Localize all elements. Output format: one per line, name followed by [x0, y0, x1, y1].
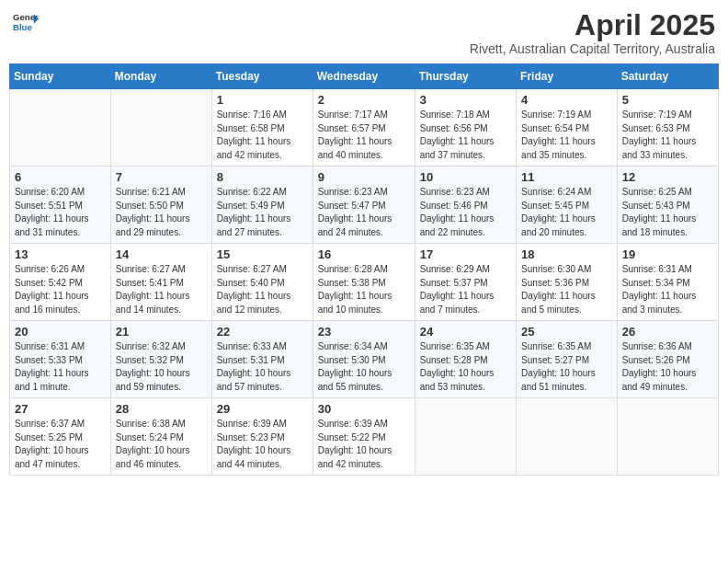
- calendar-cell: [110, 89, 211, 167]
- day-info: Sunrise: 6:21 AMSunset: 5:50 PMDaylight:…: [116, 186, 207, 239]
- calendar-cell: 11Sunrise: 6:24 AMSunset: 5:45 PMDayligh…: [517, 167, 618, 244]
- day-info: Sunrise: 7:16 AMSunset: 6:58 PMDaylight:…: [217, 109, 308, 162]
- day-info: Sunrise: 6:39 AMSunset: 5:23 PMDaylight:…: [217, 418, 308, 471]
- day-info: Sunrise: 7:18 AMSunset: 6:56 PMDaylight:…: [420, 109, 511, 162]
- day-info: Sunrise: 7:17 AMSunset: 6:57 PMDaylight:…: [318, 109, 410, 162]
- location-subtitle: Rivett, Australian Capital Territory, Au…: [470, 41, 715, 56]
- day-info: Sunrise: 7:19 AMSunset: 6:54 PMDaylight:…: [521, 109, 612, 162]
- day-number: 14: [116, 247, 207, 261]
- day-info: Sunrise: 6:31 AMSunset: 5:34 PMDaylight:…: [622, 263, 713, 316]
- page-header: General Blue April 2025 Rivett, Australi…: [9, 9, 719, 56]
- calendar-cell: 12Sunrise: 6:25 AMSunset: 5:43 PMDayligh…: [617, 167, 718, 244]
- calendar-cell: 2Sunrise: 7:17 AMSunset: 6:57 PMDaylight…: [313, 89, 415, 167]
- logo: General Blue: [13, 9, 39, 35]
- day-number: 15: [217, 247, 308, 261]
- day-info: Sunrise: 6:37 AMSunset: 5:25 PMDaylight:…: [15, 418, 106, 471]
- day-number: 12: [622, 170, 713, 184]
- day-number: 11: [521, 170, 612, 184]
- day-of-week-header: Friday: [517, 64, 618, 89]
- day-info: Sunrise: 6:20 AMSunset: 5:51 PMDaylight:…: [15, 186, 106, 239]
- day-of-week-header: Tuesday: [211, 64, 313, 89]
- day-info: Sunrise: 6:31 AMSunset: 5:33 PMDaylight:…: [15, 340, 106, 394]
- day-number: 9: [318, 170, 410, 184]
- calendar-cell: 22Sunrise: 6:33 AMSunset: 5:31 PMDayligh…: [211, 321, 313, 398]
- day-info: Sunrise: 6:35 AMSunset: 5:28 PMDaylight:…: [420, 340, 511, 394]
- day-number: 8: [217, 170, 308, 184]
- day-number: 19: [622, 247, 713, 261]
- month-year-title: April 2025: [470, 9, 715, 41]
- calendar-cell: 6Sunrise: 6:20 AMSunset: 5:51 PMDaylight…: [10, 167, 111, 244]
- calendar-week-row: 27Sunrise: 6:37 AMSunset: 5:25 PMDayligh…: [10, 398, 719, 476]
- day-number: 17: [420, 247, 511, 261]
- day-of-week-header: Thursday: [415, 64, 516, 89]
- calendar-cell: 20Sunrise: 6:31 AMSunset: 5:33 PMDayligh…: [10, 321, 111, 398]
- day-info: Sunrise: 7:19 AMSunset: 6:53 PMDaylight:…: [622, 109, 713, 162]
- calendar-week-row: 20Sunrise: 6:31 AMSunset: 5:33 PMDayligh…: [10, 321, 719, 398]
- calendar-cell: 10Sunrise: 6:23 AMSunset: 5:46 PMDayligh…: [415, 167, 516, 244]
- calendar-cell: 27Sunrise: 6:37 AMSunset: 5:25 PMDayligh…: [10, 398, 111, 476]
- calendar-cell: 19Sunrise: 6:31 AMSunset: 5:34 PMDayligh…: [617, 244, 718, 321]
- calendar-cell: 14Sunrise: 6:27 AMSunset: 5:41 PMDayligh…: [110, 244, 211, 321]
- day-info: Sunrise: 6:25 AMSunset: 5:43 PMDaylight:…: [622, 186, 713, 239]
- day-info: Sunrise: 6:22 AMSunset: 5:49 PMDaylight:…: [217, 186, 308, 239]
- calendar-cell: 16Sunrise: 6:28 AMSunset: 5:38 PMDayligh…: [313, 244, 415, 321]
- calendar-table: SundayMondayTuesdayWednesdayThursdayFrid…: [9, 63, 719, 476]
- calendar-cell: 17Sunrise: 6:29 AMSunset: 5:37 PMDayligh…: [415, 244, 516, 321]
- day-info: Sunrise: 6:34 AMSunset: 5:30 PMDaylight:…: [318, 340, 410, 394]
- day-number: 18: [521, 247, 612, 261]
- day-number: 1: [217, 93, 308, 107]
- calendar-cell: 21Sunrise: 6:32 AMSunset: 5:32 PMDayligh…: [110, 321, 211, 398]
- day-info: Sunrise: 6:28 AMSunset: 5:38 PMDaylight:…: [318, 263, 410, 316]
- calendar-cell: [517, 398, 618, 476]
- day-info: Sunrise: 6:32 AMSunset: 5:32 PMDaylight:…: [116, 340, 207, 394]
- calendar-week-row: 1Sunrise: 7:16 AMSunset: 6:58 PMDaylight…: [10, 89, 719, 167]
- calendar-cell: 30Sunrise: 6:39 AMSunset: 5:22 PMDayligh…: [313, 398, 415, 476]
- day-number: 21: [116, 325, 207, 339]
- calendar-cell: [10, 89, 111, 167]
- day-info: Sunrise: 6:23 AMSunset: 5:46 PMDaylight:…: [420, 186, 511, 239]
- calendar-cell: 15Sunrise: 6:27 AMSunset: 5:40 PMDayligh…: [211, 244, 313, 321]
- day-info: Sunrise: 6:24 AMSunset: 5:45 PMDaylight:…: [521, 186, 612, 239]
- calendar-cell: 9Sunrise: 6:23 AMSunset: 5:47 PMDaylight…: [313, 167, 415, 244]
- day-number: 6: [15, 170, 106, 184]
- day-info: Sunrise: 6:39 AMSunset: 5:22 PMDaylight:…: [318, 418, 410, 471]
- day-info: Sunrise: 6:23 AMSunset: 5:47 PMDaylight:…: [318, 186, 410, 239]
- calendar-cell: 28Sunrise: 6:38 AMSunset: 5:24 PMDayligh…: [110, 398, 211, 476]
- day-info: Sunrise: 6:26 AMSunset: 5:42 PMDaylight:…: [15, 263, 106, 316]
- day-info: Sunrise: 6:30 AMSunset: 5:36 PMDaylight:…: [521, 263, 612, 316]
- calendar-cell: 7Sunrise: 6:21 AMSunset: 5:50 PMDaylight…: [110, 167, 211, 244]
- calendar-cell: 8Sunrise: 6:22 AMSunset: 5:49 PMDaylight…: [211, 167, 313, 244]
- day-of-week-header: Monday: [110, 64, 211, 89]
- day-number: 24: [420, 325, 511, 339]
- calendar-cell: [617, 398, 718, 476]
- day-number: 10: [420, 170, 511, 184]
- day-info: Sunrise: 6:33 AMSunset: 5:31 PMDaylight:…: [217, 340, 308, 394]
- calendar-cell: 29Sunrise: 6:39 AMSunset: 5:23 PMDayligh…: [211, 398, 313, 476]
- calendar-cell: 1Sunrise: 7:16 AMSunset: 6:58 PMDaylight…: [211, 89, 313, 167]
- day-number: 28: [116, 402, 207, 416]
- day-number: 2: [318, 93, 410, 107]
- day-number: 5: [622, 93, 713, 107]
- day-number: 7: [116, 170, 207, 184]
- day-number: 20: [15, 325, 106, 339]
- day-number: 25: [521, 325, 612, 339]
- calendar-cell: 26Sunrise: 6:36 AMSunset: 5:26 PMDayligh…: [617, 321, 718, 398]
- calendar-week-row: 6Sunrise: 6:20 AMSunset: 5:51 PMDaylight…: [10, 167, 719, 244]
- day-info: Sunrise: 6:36 AMSunset: 5:26 PMDaylight:…: [622, 340, 713, 394]
- calendar-cell: [415, 398, 516, 476]
- calendar-cell: 5Sunrise: 7:19 AMSunset: 6:53 PMDaylight…: [617, 89, 718, 167]
- logo-icon: General Blue: [13, 9, 39, 35]
- svg-text:Blue: Blue: [13, 22, 32, 32]
- day-number: 4: [521, 93, 612, 107]
- day-info: Sunrise: 6:27 AMSunset: 5:41 PMDaylight:…: [116, 263, 207, 316]
- day-number: 27: [15, 402, 106, 416]
- calendar-cell: 18Sunrise: 6:30 AMSunset: 5:36 PMDayligh…: [517, 244, 618, 321]
- day-of-week-header: Saturday: [617, 64, 718, 89]
- calendar-cell: 25Sunrise: 6:35 AMSunset: 5:27 PMDayligh…: [517, 321, 618, 398]
- day-of-week-header: Sunday: [10, 64, 111, 89]
- day-info: Sunrise: 6:35 AMSunset: 5:27 PMDaylight:…: [521, 340, 612, 394]
- day-info: Sunrise: 6:38 AMSunset: 5:24 PMDaylight:…: [116, 418, 207, 471]
- calendar-cell: 24Sunrise: 6:35 AMSunset: 5:28 PMDayligh…: [415, 321, 516, 398]
- calendar-cell: 13Sunrise: 6:26 AMSunset: 5:42 PMDayligh…: [10, 244, 111, 321]
- day-info: Sunrise: 6:27 AMSunset: 5:40 PMDaylight:…: [217, 263, 308, 316]
